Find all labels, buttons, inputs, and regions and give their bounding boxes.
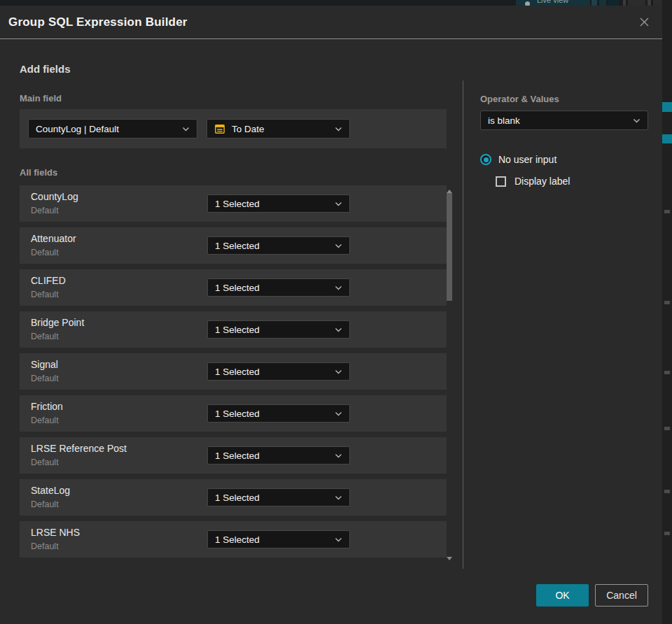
field-row-selected-dropdown[interactable]: 1 Selected [207, 194, 350, 213]
background-fragment [662, 134, 672, 143]
field-row-subtitle: Default [31, 416, 59, 425]
field-row: StateLog Default 1 Selected [20, 479, 447, 516]
background-fragment [664, 210, 670, 213]
dialog-title-bar: Group SQL Expression Builder [0, 6, 662, 39]
field-row-name: Signal [31, 359, 58, 370]
field-row: Signal Default 1 Selected [20, 353, 447, 390]
scroll-down-icon[interactable] [447, 557, 452, 560]
main-field-label: Main field [20, 93, 62, 104]
main-field-dropdown[interactable]: CountyLog | Default [28, 119, 197, 139]
chevron-down-icon [335, 285, 342, 290]
background-fragment [623, 0, 626, 6]
group-sql-expression-builder-dialog: Group SQL Expression Builder Add fields … [0, 6, 662, 624]
chevron-down-icon [633, 118, 640, 123]
operator-dropdown[interactable]: is blank [480, 111, 648, 130]
field-row-selected-dropdown[interactable]: 1 Selected [207, 236, 350, 255]
live-view-label: Live view [537, 0, 568, 4]
ok-button[interactable]: OK [536, 584, 589, 607]
main-field-dropdown-value: CountyLog | Default [36, 124, 119, 134]
field-row-name: StateLog [31, 485, 70, 496]
background-fragment [662, 102, 672, 112]
field-row-name: LRSE Reference Post [31, 443, 127, 454]
field-row-name: Bridge Point [31, 317, 84, 328]
field-row-selected-value: 1 Selected [215, 283, 260, 293]
field-row-selected-dropdown[interactable]: 1 Selected [207, 362, 350, 381]
operator-values-label: Operator & Values [480, 94, 559, 104]
background-fragment [628, 0, 645, 6]
field-row-name: CountyLog [31, 191, 78, 202]
field-row-subtitle: Default [31, 499, 59, 509]
field-row-name: Attenuator [31, 233, 76, 244]
no-user-input-radio[interactable]: No user input [480, 154, 556, 165]
field-row-selected-dropdown[interactable]: 1 Selected [207, 530, 350, 548]
background-fragment [648, 0, 651, 6]
field-row-selected-dropdown[interactable]: 1 Selected [207, 320, 350, 339]
cancel-button[interactable]: Cancel [595, 584, 648, 607]
field-row-selected-dropdown[interactable]: 1 Selected [207, 446, 350, 465]
checkbox-unchecked-icon [496, 176, 506, 187]
live-view-button[interactable]: Live view [516, 0, 590, 6]
scrollbar-thumb[interactable] [447, 193, 452, 301]
operator-dropdown-value: is blank [488, 115, 520, 126]
field-row-selected-value: 1 Selected [215, 451, 260, 461]
background-fragment [592, 0, 597, 6]
field-row-selected-value: 1 Selected [215, 199, 260, 209]
field-row-subtitle: Default [31, 332, 59, 341]
field-row-selected-value: 1 Selected [215, 409, 260, 419]
background-fragment [664, 301, 670, 304]
field-row-subtitle: Default [31, 290, 59, 299]
close-icon [639, 17, 650, 27]
field-row-subtitle: Default [31, 374, 59, 383]
chevron-down-icon [335, 327, 342, 332]
background-fragment [664, 490, 670, 493]
field-row-subtitle: Default [31, 206, 59, 215]
field-row-selected-dropdown[interactable]: 1 Selected [207, 488, 350, 506]
field-row: Bridge Point Default 1 Selected [20, 311, 447, 348]
field-row-subtitle: Default [31, 541, 59, 551]
field-row: CLIFED Default 1 Selected [20, 269, 447, 306]
all-fields-list: CountyLog Default 1 Selected Attenuator … [20, 185, 447, 558]
background-fragment [664, 532, 670, 535]
field-row: LRSE Reference Post Default 1 Selected [20, 437, 447, 474]
chevron-down-icon [335, 201, 342, 206]
background-fragment [599, 0, 606, 6]
field-row-subtitle: Default [31, 458, 59, 467]
chevron-down-icon [335, 369, 342, 374]
field-row-name: LRSE NHS [31, 527, 80, 538]
main-field-panel: CountyLog | Default To Date [20, 109, 447, 148]
field-row: CountyLog Default 1 Selected [20, 185, 447, 222]
field-row-subtitle: Default [31, 248, 59, 257]
field-row: Friction Default 1 Selected [20, 395, 447, 432]
field-row-selected-dropdown[interactable]: 1 Selected [207, 404, 350, 423]
display-label-checkbox[interactable]: Display label [496, 176, 570, 187]
dialog-title: Group SQL Expression Builder [8, 15, 188, 29]
chevron-down-icon [335, 243, 342, 248]
field-row: Attenuator Default 1 Selected [20, 227, 447, 264]
chevron-down-icon [335, 537, 342, 542]
no-user-input-label: No user input [498, 154, 556, 165]
chevron-down-icon [335, 411, 342, 416]
field-row: LRSE NHS Default 1 Selected [20, 521, 447, 558]
field-row-selected-dropdown[interactable]: 1 Selected [207, 278, 350, 297]
field-row-selected-value: 1 Selected [215, 534, 260, 545]
list-scrollbar[interactable] [444, 185, 454, 559]
background-right-strip [662, 0, 672, 624]
background-fragment [608, 0, 619, 6]
field-row-selected-value: 1 Selected [215, 492, 260, 503]
calendar-icon [214, 123, 225, 134]
radio-selected-icon [480, 154, 491, 165]
main-field-type-value: To Date [232, 124, 265, 134]
chevron-down-icon [335, 495, 342, 500]
field-row-selected-value: 1 Selected [215, 367, 260, 377]
display-label-label: Display label [514, 176, 570, 187]
field-row-name: CLIFED [31, 275, 66, 286]
add-fields-heading: Add fields [20, 63, 71, 75]
chevron-down-icon [335, 127, 342, 132]
chevron-down-icon [335, 453, 342, 458]
chevron-down-icon [182, 127, 190, 132]
field-row-selected-value: 1 Selected [215, 241, 260, 251]
close-button[interactable] [636, 14, 652, 31]
field-row-selected-value: 1 Selected [215, 325, 260, 335]
field-row-name: Friction [31, 401, 63, 412]
main-field-type-dropdown[interactable]: To Date [206, 119, 350, 139]
